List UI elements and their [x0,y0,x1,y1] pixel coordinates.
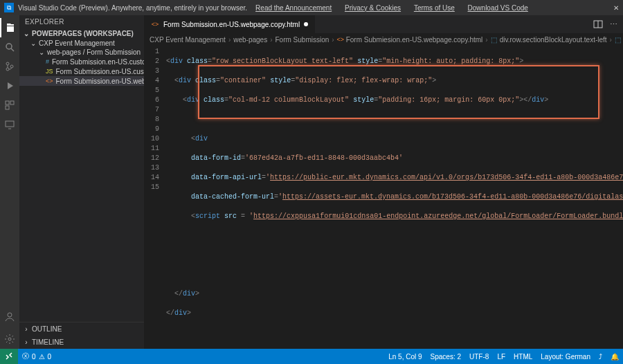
file-label: Form Submission.en-US.customcss.css [52,58,144,66]
editor: <> Form Submission.en-US.webpage.copy.ht… [144,15,623,349]
status-cursor[interactable]: Ln 5, Col 9 [388,353,422,361]
notifications-icon[interactable]: 🔔 [611,353,619,361]
crumb-folder2: Form Submission [276,36,329,44]
folder-label: CXP Event Management [39,39,115,47]
title-bar: ⧉ Visual Studio Code (Preview). Anywhere… [0,0,623,15]
feedback-icon[interactable]: ⤴ [599,353,602,361]
warning-icon: ⚠ [39,353,45,361]
split-editor-icon[interactable] [593,19,603,29]
status-encoding[interactable]: UTF-8 [469,353,489,361]
file-label: Form Submission.en-US.webpage.copy... [56,78,144,85]
workspace-header[interactable]: ⌄POWERPAGES (WORKSPACE) [19,28,144,39]
tree-file-html[interactable]: <>Form Submission.en-US.webpage.copy... [19,76,144,86]
svg-line-1 [11,48,14,51]
status-spaces[interactable]: Spaces: 2 [431,353,461,361]
status-language[interactable]: HTML [514,353,532,361]
tag-icon: ⬚ [615,36,622,43]
tab-active[interactable]: <> Form Submission.en-US.webpage.copy.ht… [144,15,316,33]
svg-point-2 [6,62,9,65]
sidebar: EXPLORER ⌄POWERPAGES (WORKSPACE) ⌄CXP Ev… [19,15,144,349]
svg-rect-5 [6,101,9,104]
tree-file-js[interactable]: JSForm Submission.en-US.customjs.js [19,66,144,76]
modified-dot-icon [304,22,308,26]
js-file-icon: JS [46,67,53,75]
html-file-icon: <> [337,36,344,43]
line-gutter: 123456789101112131415 [144,46,163,349]
outline-section[interactable]: ›OUTLINE [19,322,144,336]
explorer-icon[interactable] [0,18,19,37]
breadcrumb[interactable]: CXP Event Management› web-pages› Form Su… [144,33,623,46]
timeline-label: TIMELINE [32,338,64,346]
svg-point-10 [8,313,12,317]
tree-folder-root[interactable]: ⌄CXP Event Management [19,39,144,48]
svg-rect-8 [6,121,14,127]
chevron-down-icon: ⌄ [39,48,44,56]
outline-label: OUTLINE [32,325,62,333]
sidebar-title: EXPLORER [19,15,144,28]
crumb-tag1: ⬚div.row.sectionBlockLayout.text-left [491,36,607,44]
timeline-section[interactable]: ›TIMELINE [19,336,144,349]
svg-rect-7 [6,106,9,109]
settings-gear-icon[interactable] [0,329,19,349]
code-area[interactable]: <div class="row sectionBlockLayout text-… [163,46,623,349]
chevron-right-icon: › [24,325,29,333]
code-editor[interactable]: 123456789101112131415 <div class="row se… [144,46,623,349]
html-file-icon: <> [151,20,159,28]
tab-actions: ⋯ [588,15,623,33]
remote-explorer-icon[interactable] [0,115,19,134]
crumb-tag2: ⬚div.container [615,36,623,44]
css-file-icon: # [46,57,49,66]
chevron-down-icon: ⌄ [30,39,36,47]
svg-point-3 [6,68,9,71]
svg-point-0 [6,44,12,49]
svg-rect-6 [10,101,14,104]
svg-point-11 [8,338,11,340]
extensions-icon[interactable] [0,95,19,115]
vscode-icon: ⧉ [4,3,14,12]
title-text: Visual Studio Code (Preview). Anywhere, … [18,4,247,12]
link-announcement[interactable]: Read the Announcement [255,4,332,12]
run-debug-icon[interactable] [0,76,19,95]
search-icon[interactable] [0,37,19,57]
link-privacy[interactable]: Privacy & Cookies [345,4,401,12]
workspace-label: POWERPAGES (WORKSPACE) [32,30,134,37]
folder-label: web-pages / Form Submission [47,48,141,56]
file-tree: ⌄CXP Event Management ⌄web-pages / Form … [19,39,144,86]
status-bar: ⓧ0 ⚠0 Ln 5, Col 9 Spaces: 2 UTF-8 LF HTM… [0,349,623,364]
tree-file-css[interactable]: #Form Submission.en-US.customcss.css [19,57,144,66]
link-terms[interactable]: Terms of Use [414,4,455,12]
title-links: Read the Announcement Privacy & Cookies … [255,4,528,12]
chevron-right-icon: › [24,338,29,346]
crumb-project: CXP Event Management [150,36,226,44]
activity-bar [0,15,19,349]
tree-folder-webpages[interactable]: ⌄web-pages / Form Submission [19,48,144,57]
html-file-icon: <> [46,77,53,85]
status-eol[interactable]: LF [497,353,505,361]
tab-label: Form Submission.en-US.webpage.copy.html [163,21,300,28]
source-control-icon[interactable] [0,57,19,76]
close-icon[interactable]: ✕ [613,4,619,12]
link-download[interactable]: Download VS Code [468,4,528,12]
editor-tabs: <> Form Submission.en-US.webpage.copy.ht… [144,15,623,33]
highlight-box [198,65,599,119]
chevron-down-icon: ⌄ [24,30,29,37]
crumb-folder: web-pages [233,36,267,44]
status-layout[interactable]: Layout: German [541,353,590,361]
status-problems[interactable]: ⓧ0 ⚠0 [22,352,51,361]
file-label: Form Submission.en-US.customjs.js [56,68,144,75]
tag-icon: ⬚ [491,36,498,43]
account-icon[interactable] [0,307,19,327]
svg-point-4 [10,65,13,68]
more-actions-icon[interactable]: ⋯ [610,20,617,29]
remote-indicator-icon[interactable] [0,349,18,364]
crumb-file: <>Form Submiesion.en-US.webpage.copy.htm… [337,36,483,44]
error-icon: ⓧ [22,352,29,361]
